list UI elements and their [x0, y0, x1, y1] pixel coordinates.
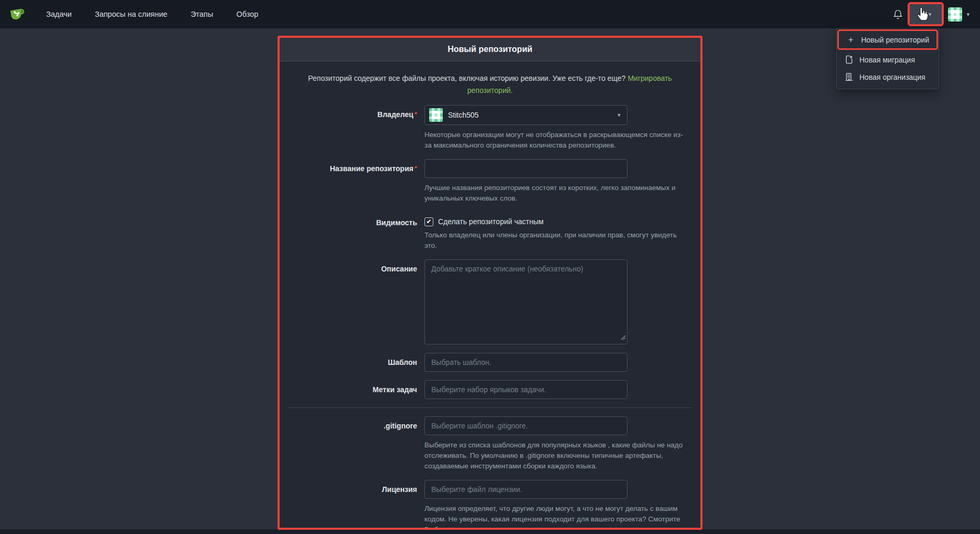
- menu-item-label: Новая организация: [859, 73, 925, 81]
- gitignore-help: Выберите из списка шаблонов для популярн…: [424, 440, 689, 472]
- plus-icon: +: [921, 9, 926, 19]
- nav-links: Задачи Запросы на слияние Этапы Обзор: [46, 10, 258, 18]
- organization-icon: [844, 72, 854, 81]
- menu-item-new-organization[interactable]: Новая организация: [837, 68, 939, 86]
- private-checkbox[interactable]: ✔: [424, 217, 433, 226]
- template-input[interactable]: [424, 353, 627, 372]
- annotation-box-plus-button: + ▾: [908, 2, 944, 26]
- owner-help: Некоторые организации могут не отображат…: [424, 130, 689, 151]
- gitignore-control: Выберите из списка шаблонов для популярн…: [424, 416, 689, 472]
- repo-name-control: Лучшие названия репозиториев состоят из …: [424, 159, 689, 204]
- gitignore-row: .gitignore Выберите из списка шаблонов д…: [288, 416, 692, 472]
- template-row: Шаблон: [288, 353, 692, 372]
- template-label: Шаблон: [288, 353, 424, 372]
- plus-icon: +: [846, 35, 855, 45]
- license-row: Лицензия Лицензия определяет, что другие…: [288, 480, 692, 528]
- menu-item-new-migration[interactable]: Новая миграция: [837, 51, 939, 68]
- new-repository-form: Новый репозиторий Репозиторий содержит в…: [280, 38, 700, 528]
- annotation-box-form: Новый репозиторий Репозиторий содержит в…: [278, 36, 702, 530]
- avatar-chevron-down-icon[interactable]: ▾: [966, 12, 970, 17]
- required-asterisk: *: [414, 164, 417, 172]
- issue-labels-label: Метки задач: [288, 380, 424, 399]
- user-avatar[interactable]: [948, 7, 962, 22]
- owner-control: Stitch505 ▾ Некоторые организации могут …: [424, 105, 689, 151]
- template-control: [424, 353, 689, 372]
- repo-name-label: Название репозитория*: [288, 159, 424, 204]
- owner-select[interactable]: Stitch505 ▾: [424, 105, 627, 125]
- menu-item-new-repository[interactable]: + Новый репозиторий: [839, 31, 936, 48]
- visibility-row: Видимость ✔ Сделать репозиторий частным …: [288, 216, 692, 251]
- notifications-bell-icon[interactable]: [892, 8, 903, 20]
- license-control: Лицензия определяет, что другие люди мог…: [424, 480, 689, 528]
- license-help-text: Лицензия определяет, что другие люди мог…: [424, 505, 680, 523]
- form-intro: Репозиторий содержит все файлы проекта, …: [306, 72, 674, 97]
- nav-link-pull-requests[interactable]: Запросы на слияние: [95, 10, 167, 18]
- license-help: Лицензия определяет, что другие люди мог…: [424, 504, 689, 528]
- owner-label: Владелец*: [288, 105, 424, 151]
- menu-item-label: Новая миграция: [859, 56, 915, 64]
- visibility-control: ✔ Сделать репозиторий частным Только вла…: [424, 216, 689, 251]
- required-asterisk: *: [414, 110, 417, 118]
- navbar: Задачи Запросы на слияние Этапы Обзор + …: [0, 0, 980, 28]
- license-label: Лицензия: [288, 480, 424, 528]
- chevron-down-icon: ▾: [617, 111, 621, 119]
- bottom-strip: [0, 529, 980, 534]
- form-header: Новый репозиторий: [280, 38, 700, 61]
- section-divider: [288, 407, 692, 408]
- gitea-logo-icon[interactable]: [9, 6, 26, 23]
- owner-avatar: [429, 108, 443, 122]
- repo-name-help: Лучшие названия репозиториев состоят из …: [424, 183, 689, 204]
- description-row: Описание: [288, 259, 692, 344]
- annotation-box-new-repository-item: + Новый репозиторий: [837, 29, 938, 50]
- visibility-help: Только владелец или члены организации, п…: [424, 230, 689, 251]
- issue-labels-row: Метки задач: [288, 380, 692, 399]
- check-icon: ✔: [426, 218, 431, 225]
- create-new-button[interactable]: + ▾: [910, 4, 942, 24]
- gitignore-label: .gitignore: [288, 416, 424, 472]
- visibility-label: Видимость: [288, 216, 424, 251]
- repo-name-label-text: Название репозитория: [330, 164, 413, 173]
- issue-labels-input[interactable]: [424, 380, 627, 399]
- page: Задачи Запросы на слияние Этапы Обзор + …: [0, 0, 980, 534]
- intro-text: Репозиторий содержит все файлы проекта, …: [308, 74, 625, 82]
- owner-row: Владелец*: [288, 105, 692, 151]
- migration-icon: [844, 55, 854, 64]
- nav-link-issues[interactable]: Задачи: [46, 10, 72, 18]
- repo-name-row: Название репозитория* Лучшие названия ре…: [288, 159, 692, 204]
- owner-value: Stitch505: [448, 111, 478, 119]
- form-title: Новый репозиторий: [448, 45, 532, 54]
- nav-link-milestones[interactable]: Этапы: [190, 10, 213, 18]
- private-checkbox-label[interactable]: Сделать репозиторий частным: [438, 217, 544, 226]
- description-label: Описание: [288, 259, 424, 344]
- navbar-right: + ▾ ▾: [892, 0, 970, 28]
- nav-link-explore[interactable]: Обзор: [236, 10, 258, 18]
- create-new-dropdown-menu: + Новый репозиторий Новая миграция: [836, 28, 939, 89]
- license-input[interactable]: [424, 480, 627, 499]
- issue-labels-control: [424, 380, 689, 399]
- menu-item-label: Новый репозиторий: [861, 36, 929, 44]
- chevron-down-icon: ▾: [929, 12, 932, 17]
- choose-license-link[interactable]: Выберите лицензию.: [424, 526, 494, 528]
- form-body: Репозиторий содержит все файлы проекта, …: [280, 61, 700, 528]
- gitignore-input[interactable]: [424, 416, 627, 435]
- description-textarea[interactable]: [424, 259, 627, 344]
- description-control: [424, 259, 689, 344]
- repo-name-input[interactable]: [424, 159, 627, 178]
- owner-label-text: Владелец: [377, 110, 413, 119]
